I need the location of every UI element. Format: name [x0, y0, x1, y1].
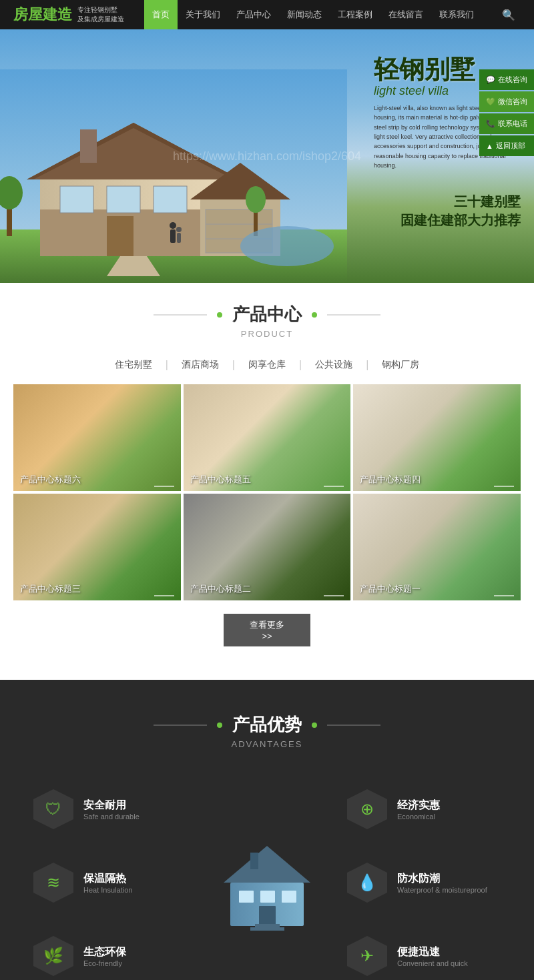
adv-text-insulation: 保温隔热 Heat Insulation: [83, 872, 132, 894]
tab-public[interactable]: 公共设施: [302, 359, 366, 371]
adv-dot-right: [312, 722, 317, 728]
adv-hex-insulation: ≋: [33, 863, 73, 903]
adv-text-economical: 经济实惠 Economical: [397, 799, 440, 821]
hero-house-illustration: [0, 69, 347, 283]
nav-item-about[interactable]: 关于我们: [178, 0, 228, 29]
advantages-grid: 🛡 安全耐用 Safe and durable: [0, 769, 534, 980]
tab-factory[interactable]: 钢构厂房: [368, 359, 433, 371]
float-btn-consult[interactable]: 💬 在线咨询: [479, 69, 534, 90]
house-3d-icon: [214, 829, 320, 936]
nav-item-news[interactable]: 新闻动态: [279, 0, 330, 29]
card-line-2: [324, 486, 344, 487]
logo-sub-line1: 专注轻钢别墅: [77, 5, 124, 15]
card-line-6: [494, 595, 514, 596]
product-card-2[interactable]: 产品中心标题二: [184, 494, 351, 600]
product-title-en: PRODUCT: [0, 329, 534, 339]
float-btn-phone[interactable]: 📞 联系电话: [479, 113, 534, 134]
product-tabs: 住宅别墅 | 酒店商场 | 闵享仓库 | 公共设施 | 钢构厂房: [0, 359, 534, 371]
tab-residential[interactable]: 住宅别墅: [101, 359, 166, 371]
card-line-5: [324, 595, 344, 596]
float-sidebar: 💬 在线咨询 💚 微信咨询 📞 联系电话 ▲ 返回顶部: [479, 69, 534, 156]
advantages-section: 产品优势 ADVANTAGES 🛡 安全耐用 Safe and durable: [0, 680, 534, 980]
svg-rect-12: [154, 186, 187, 213]
svg-rect-33: [259, 906, 276, 926]
card-line-3: [494, 486, 514, 487]
adv-cn-waterproof: 防水防潮: [397, 872, 487, 886]
adv-item-insulation: ≋ 保温隔热 Heat Insulation: [27, 856, 194, 909]
nav-item-contact[interactable]: 联系我们: [431, 0, 482, 29]
nav-item-cases[interactable]: 工程案例: [330, 0, 380, 29]
product-card-5[interactable]: 产品中心标题五: [184, 384, 351, 491]
adv-center-house: [200, 829, 334, 936]
view-more-button[interactable]: 查看更多 >>: [224, 614, 310, 646]
main-nav: 首页 关于我们 产品中心 新闻动态 工程案例 在线留言 联系我们: [144, 0, 497, 29]
svg-rect-23: [170, 229, 176, 243]
svg-rect-13: [107, 216, 134, 256]
title-dot-left: [217, 312, 222, 318]
product-card-3[interactable]: 产品中心标题三: [13, 494, 181, 600]
adv-line-right: [327, 724, 380, 726]
svg-rect-7: [80, 129, 97, 163]
adv-item-eco: 🌿 生态环保 Eco-friendly: [27, 929, 194, 980]
advantages-title-cn: 产品优势: [232, 713, 302, 737]
phone-icon: 📞: [486, 119, 495, 128]
adv-hex-convenient: ✈: [347, 936, 387, 976]
float-btn-top[interactable]: ▲ 返回顶部: [479, 135, 534, 156]
nav-item-message[interactable]: 在线留言: [380, 0, 431, 29]
product-card-1[interactable]: 产品中心标题一: [353, 494, 521, 600]
float-btn-wechat[interactable]: 💚 微信咨询: [479, 91, 534, 112]
product-card-3-label: 产品中心标题三: [20, 583, 81, 595]
product-card-5-label: 产品中心标题五: [190, 474, 251, 486]
adv-item-convenient: ✈ 便捷迅速 Convenient and quick: [340, 929, 507, 980]
logo-sub-line2: 及集成房屋建造: [77, 15, 124, 24]
logo: 房屋建造 专注轻钢别墅 及集成房屋建造: [13, 5, 124, 25]
advantages-header: 产品优势 ADVANTAGES: [0, 693, 534, 769]
advantages-title-line: 产品优势: [0, 713, 534, 737]
svg-rect-34: [255, 924, 280, 927]
adv-cn-economical: 经济实惠: [397, 799, 440, 813]
wechat-icon: 💚: [486, 97, 495, 106]
nav-item-home[interactable]: 首页: [144, 0, 178, 29]
adv-cn-insulation: 保温隔热: [83, 872, 132, 886]
adv-hex-economical: ⊕: [347, 789, 387, 829]
svg-rect-31: [260, 891, 275, 903]
product-title-line: 产品中心: [0, 303, 534, 326]
title-dot-right: [312, 312, 317, 318]
adv-en-eco: Eco-friendly: [83, 959, 126, 967]
svg-rect-25: [177, 233, 181, 243]
adv-line-left: [154, 724, 207, 726]
adv-item-safe: 🛡 安全耐用 Safe and durable: [27, 783, 194, 836]
adv-en-safe: Safe and durable: [83, 813, 140, 821]
svg-point-22: [240, 226, 334, 266]
chat-icon: 💬: [486, 75, 495, 84]
adv-icon-waterproof: 💧: [347, 863, 387, 903]
svg-point-26: [176, 227, 182, 232]
svg-rect-30: [239, 891, 254, 903]
title-line-left: [154, 314, 207, 316]
adv-icon-insulation: ≋: [33, 863, 73, 903]
tab-hotel[interactable]: 酒店商场: [168, 359, 232, 371]
hero-subtitle: 三十建别墅 固建住建部大力推荐: [400, 192, 521, 229]
adv-cn-eco: 生态环保: [83, 945, 126, 959]
tab-warehouse[interactable]: 闵享仓库: [235, 359, 299, 371]
product-card-6-label: 产品中心标题六: [20, 474, 81, 486]
adv-text-waterproof: 防水防潮 Waterproof & moistureproof: [397, 872, 487, 894]
product-card-1-label: 产品中心标题一: [360, 583, 421, 595]
product-card-4[interactable]: 产品中心标题四: [353, 384, 521, 491]
arrow-up-icon: ▲: [486, 142, 493, 150]
product-card-6[interactable]: 产品中心标题六: [13, 384, 181, 491]
nav-item-products[interactable]: 产品中心: [228, 0, 279, 29]
adv-item-waterproof: 💧 防水防潮 Waterproof & moistureproof: [340, 856, 507, 909]
product-section: 产品中心 PRODUCT 住宅别墅 | 酒店商场 | 闵享仓库 | 公共设施 |…: [0, 283, 534, 680]
adv-hex-safe: 🛡: [33, 789, 73, 829]
product-card-2-label: 产品中心标题二: [190, 583, 251, 595]
product-card-4-label: 产品中心标题四: [360, 474, 421, 486]
card-line-4: [154, 595, 174, 596]
search-icon[interactable]: 🔍: [497, 9, 521, 21]
adv-cn-convenient: 便捷迅速: [397, 945, 468, 959]
svg-rect-35: [250, 927, 284, 931]
product-title-cn: 产品中心: [232, 303, 302, 326]
adv-item-economical: ⊕ 经济实惠 Economical: [340, 783, 507, 836]
adv-hex-eco: 🌿: [33, 936, 73, 976]
advantages-title-en: ADVANTAGES: [0, 739, 534, 749]
